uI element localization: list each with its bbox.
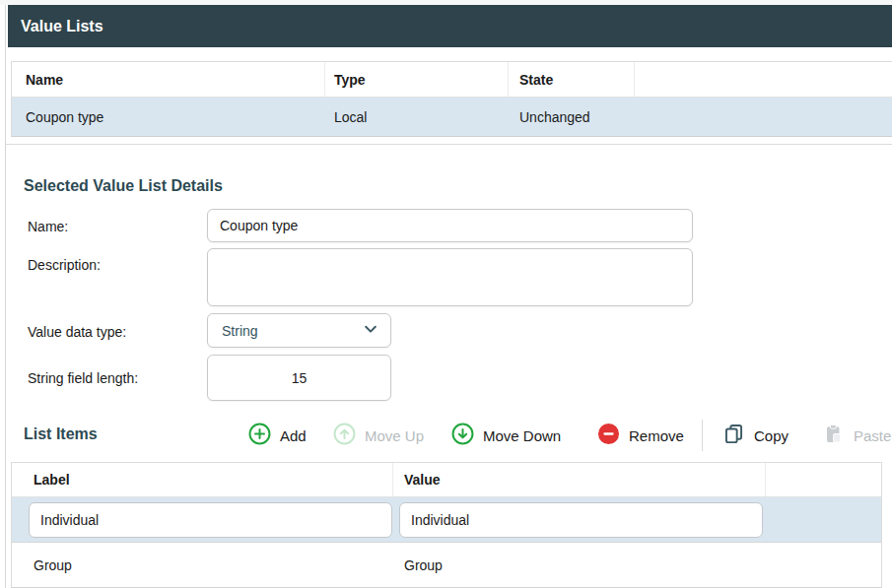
clipboard-icon	[822, 423, 845, 448]
copy-pages-icon	[722, 423, 745, 448]
remove-button-label: Remove	[629, 427, 684, 444]
panel-title: Value Lists	[21, 18, 103, 35]
left-window-edge	[5, 5, 6, 588]
section-divider	[6, 144, 892, 145]
column-header-empty	[766, 463, 881, 496]
panel-header: Value Lists	[8, 5, 892, 47]
item-value-cell: Group	[393, 543, 766, 587]
table-row[interactable]: Coupon type Local Unchanged	[12, 98, 892, 136]
paste-button[interactable]: Paste	[822, 424, 891, 447]
details-heading: Selected Value List Details	[24, 177, 223, 195]
column-header-type[interactable]: Type	[325, 62, 509, 97]
list-item-row-editing[interactable]	[12, 497, 881, 543]
item-value-input[interactable]	[399, 502, 763, 538]
list-items-heading: List Items	[24, 425, 98, 443]
arrow-up-circle-icon	[333, 423, 356, 448]
column-header-value[interactable]: Value	[393, 463, 766, 496]
value-lists-table-header: Name Type State	[12, 62, 892, 98]
column-header-empty	[635, 62, 892, 97]
list-items-table-header: Label Value	[12, 463, 881, 497]
row-state-cell: Unchanged	[509, 98, 635, 136]
column-header-state[interactable]: State	[509, 62, 635, 97]
move-up-button-label: Move Up	[365, 427, 424, 444]
item-label-cell: Group	[12, 543, 393, 587]
remove-button[interactable]: Remove	[597, 424, 684, 447]
value-lists-table: Name Type State Coupon type Local Unchan…	[11, 61, 892, 137]
copy-button[interactable]: Copy	[722, 424, 789, 447]
paste-button-label: Paste	[854, 427, 891, 444]
row-type-cell: Local	[325, 98, 509, 136]
dropdown-selected-value: String	[222, 323, 363, 339]
copy-button-label: Copy	[754, 427, 789, 444]
plus-circle-icon	[248, 423, 271, 448]
list-items-table: Label Value Group Group	[11, 462, 882, 588]
description-label: Description:	[28, 257, 101, 273]
name-input[interactable]	[207, 209, 693, 242]
value-data-type-label: Value data type:	[28, 324, 126, 340]
column-header-name[interactable]: Name	[12, 62, 325, 97]
value-data-type-dropdown[interactable]: String	[207, 313, 391, 348]
string-field-length-label: String field length:	[28, 370, 138, 386]
arrow-down-circle-icon	[451, 423, 474, 448]
add-button-label: Add	[280, 427, 307, 444]
chevron-down-icon	[363, 321, 378, 340]
item-empty-cell	[766, 543, 881, 587]
minus-circle-icon	[597, 423, 620, 448]
description-input[interactable]	[207, 248, 693, 306]
name-label: Name:	[28, 219, 68, 234]
column-header-label[interactable]: Label	[12, 463, 393, 496]
row-empty-cell	[635, 98, 892, 136]
move-down-button-label: Move Down	[483, 427, 561, 444]
item-label-input[interactable]	[29, 502, 392, 538]
add-button[interactable]: Add	[248, 424, 307, 447]
move-down-button[interactable]: Move Down	[451, 424, 561, 447]
list-item-row[interactable]: Group Group	[12, 543, 881, 587]
string-field-length-input[interactable]	[207, 355, 391, 401]
move-up-button[interactable]: Move Up	[333, 424, 424, 447]
row-name-cell: Coupon type	[12, 98, 325, 136]
toolbar-divider	[702, 420, 703, 451]
